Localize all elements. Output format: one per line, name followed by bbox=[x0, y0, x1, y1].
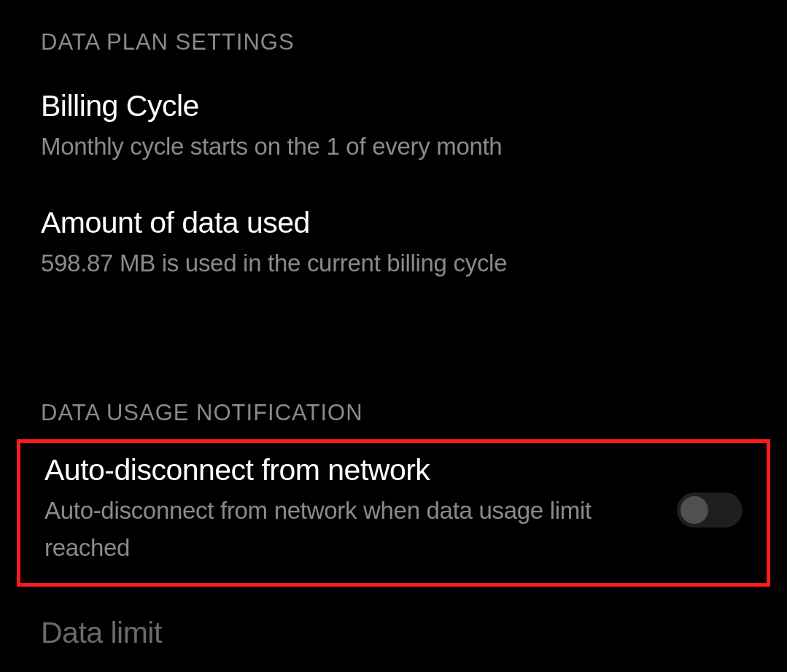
section-header-data-plan: DATA PLAN SETTINGS bbox=[0, 0, 787, 69]
billing-cycle-title: Billing Cycle bbox=[41, 89, 746, 123]
amount-of-data-used-subtitle: 598.87 MB is used in the current billing… bbox=[41, 244, 746, 282]
auto-disconnect-row[interactable]: Auto-disconnect from network Auto-discon… bbox=[17, 439, 770, 586]
section-header-data-usage-notification: DATA USAGE NOTIFICATION bbox=[0, 371, 787, 439]
amount-of-data-used-row[interactable]: Amount of data used 598.87 MB is used in… bbox=[0, 185, 787, 302]
auto-disconnect-toggle[interactable] bbox=[677, 493, 743, 528]
auto-disconnect-title: Auto-disconnect from network bbox=[44, 453, 662, 487]
amount-of-data-used-title: Amount of data used bbox=[41, 206, 746, 240]
data-limit-title: Data limit bbox=[41, 616, 746, 650]
auto-disconnect-subtitle: Auto-disconnect from network when data u… bbox=[44, 492, 662, 566]
spacer bbox=[0, 302, 787, 371]
billing-cycle-row[interactable]: Billing Cycle Monthly cycle starts on th… bbox=[0, 69, 787, 185]
billing-cycle-subtitle: Monthly cycle starts on the 1 of every m… bbox=[41, 128, 746, 165]
data-limit-row[interactable]: Data limit bbox=[0, 587, 787, 650]
toggle-knob-icon bbox=[681, 496, 708, 524]
